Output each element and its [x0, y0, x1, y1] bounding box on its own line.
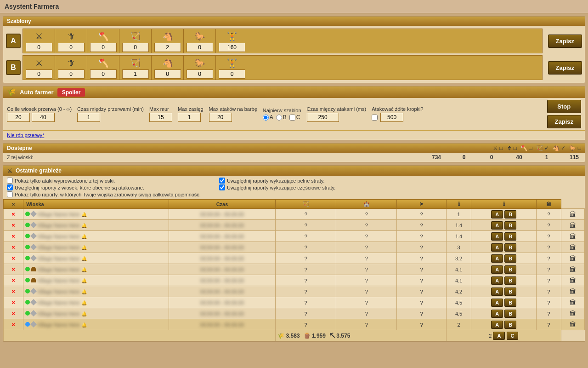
max-range-input[interactable] [178, 113, 201, 122]
fence-icon[interactable]: 🏛 [570, 255, 576, 262]
sound-icon[interactable]: 🔔 [81, 278, 87, 283]
template-a-button[interactable]: A [491, 232, 503, 241]
filter-1[interactable]: Pokaż tylko ataki wyprowadzone z tej wio… [7, 178, 201, 184]
spoiler-button[interactable]: Spoiler [57, 88, 85, 97]
template-b-button[interactable]: B [504, 243, 516, 252]
village-name[interactable]: Village Name Here [37, 311, 79, 316]
delete-row-button[interactable]: × [11, 222, 15, 229]
template-a-button[interactable]: A [491, 221, 503, 230]
delete-row-button[interactable]: × [11, 244, 15, 251]
sound-icon[interactable]: 🔔 [81, 289, 87, 294]
stop-button[interactable]: Stop [547, 100, 581, 113]
save-button-auto[interactable]: Zapisz [547, 115, 581, 128]
hcav-input-b[interactable] [219, 69, 245, 79]
village-name[interactable]: Village Name Here [37, 245, 79, 250]
fence-icon[interactable]: 🏛 [570, 299, 576, 306]
template-b-button[interactable]: B [504, 265, 516, 274]
axe-input-b[interactable] [90, 69, 117, 79]
template-b-button[interactable]: B [504, 254, 516, 263]
lcav-input-b[interactable] [187, 69, 213, 79]
village-name[interactable]: Village Name Here [37, 289, 79, 294]
fence-icon[interactable]: 🏛 [570, 211, 576, 218]
yellow-dots-input[interactable] [380, 113, 403, 122]
fence-icon[interactable]: 🏛 [570, 233, 576, 240]
template-b-button[interactable]: B [504, 221, 516, 230]
delete-row-button[interactable]: × [11, 277, 15, 284]
delete-row-button[interactable]: × [11, 310, 15, 317]
template-b-button[interactable]: B [504, 232, 516, 241]
filter-2-checkbox[interactable] [7, 184, 13, 190]
filter-4-checkbox[interactable] [219, 178, 225, 184]
save-button-a[interactable]: Zapisz [548, 34, 582, 48]
template-b-button[interactable]: B [504, 276, 516, 285]
filter-4[interactable]: Uwzględnij raporty wykazujące pełne stra… [219, 178, 335, 184]
spear-input-a[interactable] [26, 43, 52, 52]
scout-input-b[interactable] [154, 69, 181, 79]
radio-a[interactable] [263, 115, 269, 121]
template-a-button[interactable]: A [491, 265, 503, 274]
template-a-button[interactable]: A [491, 243, 503, 252]
res-btn-a[interactable]: A [493, 332, 505, 340]
template-b-button[interactable]: B [504, 321, 516, 329]
sound-icon[interactable]: 🔔 [81, 267, 87, 272]
fence-icon[interactable]: 🏛 [570, 277, 576, 284]
delete-row-button[interactable]: × [11, 321, 15, 328]
village-name[interactable]: Village Name Here [37, 267, 79, 272]
sword-input-a[interactable] [58, 43, 85, 52]
delete-row-button[interactable]: × [11, 255, 15, 262]
filter-1-checkbox[interactable] [7, 178, 13, 184]
filter-5[interactable]: Uwzględnij raporty wykazujące częściowe … [219, 184, 335, 190]
delete-row-button[interactable]: × [11, 233, 15, 240]
spear-input-b[interactable] [26, 69, 52, 79]
sound-icon[interactable]: 🔔 [81, 223, 87, 228]
fence-icon[interactable]: 🏛 [570, 244, 576, 251]
radio-c[interactable] [289, 115, 295, 121]
delete-row-button[interactable]: × [11, 288, 15, 295]
sound-icon[interactable]: 🔔 [81, 234, 87, 239]
break-interval-from-input[interactable] [7, 113, 30, 122]
filter-2[interactable]: Uwzględnij raporty z wiosek, które obecn… [7, 184, 201, 190]
yellow-dots-checkbox[interactable] [372, 115, 378, 121]
fence-icon[interactable]: 🏛 [570, 310, 576, 317]
filter-3[interactable]: Pokaż tylko raporty, w których Twoje woj… [7, 191, 201, 197]
radio-a-label[interactable]: A [263, 114, 273, 121]
lcav-input-a[interactable] [187, 43, 213, 52]
sword-input-b[interactable] [58, 69, 85, 79]
sound-icon[interactable]: 🔔 [81, 311, 87, 316]
village-name[interactable]: Village Name Here [37, 212, 79, 217]
template-b-button[interactable]: B [504, 288, 516, 296]
delete-row-button[interactable]: × [11, 211, 15, 218]
template-a-button[interactable]: A [491, 254, 503, 263]
hcav-input-a[interactable] [219, 43, 245, 52]
village-name[interactable]: Village Name Here [37, 223, 79, 228]
template-b-button[interactable]: B [504, 210, 516, 218]
village-name[interactable]: Village Name Here [37, 278, 79, 283]
time-attacks-input[interactable] [307, 113, 339, 122]
template-a-button[interactable]: A [491, 288, 503, 296]
nie-rob-button[interactable]: Nie rób przerwy* [7, 132, 44, 138]
template-b-button[interactable]: B [504, 310, 516, 318]
template-a-button[interactable]: A [491, 299, 503, 307]
delete-row-button[interactable]: × [11, 266, 15, 273]
delete-row-button[interactable]: × [11, 299, 15, 306]
template-a-button[interactable]: A [491, 276, 503, 285]
archer-input-a[interactable] [122, 43, 149, 52]
fence-icon[interactable]: 🏛 [570, 266, 576, 273]
village-name[interactable]: Village Name Here [37, 234, 79, 239]
template-b-button[interactable]: B [504, 299, 516, 307]
sound-icon[interactable]: 🔔 [81, 256, 87, 261]
village-name[interactable]: Village Name Here [37, 300, 79, 305]
fence-icon[interactable]: 🏛 [570, 222, 576, 229]
sound-icon[interactable]: 🔔 [81, 300, 87, 305]
archer-input-b[interactable] [122, 69, 149, 79]
axe-input-a[interactable] [90, 43, 117, 52]
time-between-input[interactable] [77, 113, 100, 122]
fence-icon[interactable]: 🏛 [570, 321, 576, 328]
template-a-label[interactable]: A [6, 34, 21, 48]
radio-b-label[interactable]: B [276, 114, 287, 121]
max-walls-input[interactable] [149, 113, 172, 122]
village-name[interactable]: Village Name Here [37, 322, 79, 328]
sound-icon[interactable]: 🔔 [81, 212, 87, 217]
template-a-button[interactable]: A [491, 321, 503, 329]
radio-c-label[interactable]: C [289, 114, 300, 121]
